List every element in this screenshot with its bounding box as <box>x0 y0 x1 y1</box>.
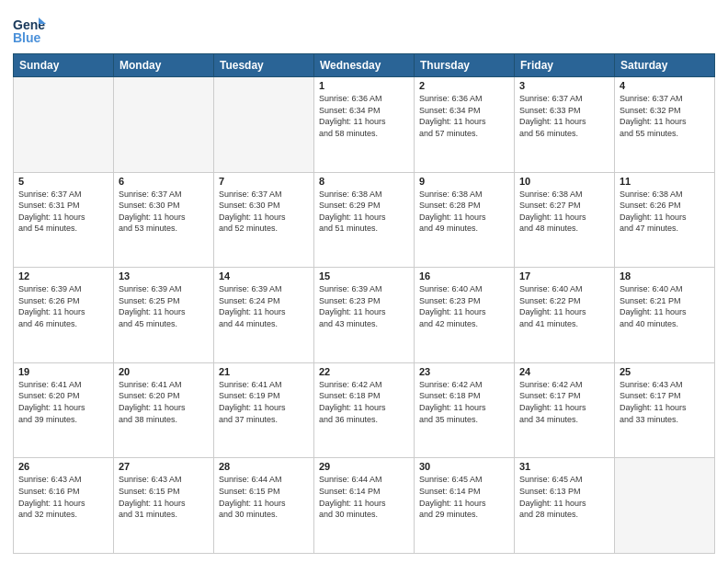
calendar-cell: 31Sunrise: 6:45 AM Sunset: 6:13 PM Dayli… <box>515 458 615 554</box>
calendar-week-row: 5Sunrise: 6:37 AM Sunset: 6:31 PM Daylig… <box>14 172 715 268</box>
day-info: Sunrise: 6:45 AM Sunset: 6:13 PM Dayligh… <box>519 474 609 520</box>
day-number: 21 <box>219 366 309 377</box>
day-number: 15 <box>319 270 409 282</box>
calendar-cell: 6Sunrise: 6:37 AM Sunset: 6:30 PM Daylig… <box>114 172 214 268</box>
day-info: Sunrise: 6:43 AM Sunset: 6:16 PM Dayligh… <box>18 474 108 520</box>
calendar-cell: 28Sunrise: 6:44 AM Sunset: 6:15 PM Dayli… <box>214 458 314 554</box>
day-info: Sunrise: 6:39 AM Sunset: 6:23 PM Dayligh… <box>319 283 409 329</box>
day-info: Sunrise: 6:42 AM Sunset: 6:18 PM Dayligh… <box>319 379 409 425</box>
day-info: Sunrise: 6:38 AM Sunset: 6:26 PM Dayligh… <box>620 189 710 235</box>
calendar-cell: 13Sunrise: 6:39 AM Sunset: 6:25 PM Dayli… <box>114 268 214 363</box>
day-number: 13 <box>119 270 209 282</box>
calendar-cell: 16Sunrise: 6:40 AM Sunset: 6:23 PM Dayli… <box>415 268 515 363</box>
calendar-cell: 10Sunrise: 6:38 AM Sunset: 6:27 PM Dayli… <box>515 172 615 268</box>
day-number: 10 <box>519 176 609 187</box>
calendar-cell: 20Sunrise: 6:41 AM Sunset: 6:20 PM Dayli… <box>114 362 214 458</box>
day-info: Sunrise: 6:44 AM Sunset: 6:14 PM Dayligh… <box>319 474 409 520</box>
day-info: Sunrise: 6:39 AM Sunset: 6:24 PM Dayligh… <box>219 283 309 329</box>
calendar-cell: 7Sunrise: 6:37 AM Sunset: 6:30 PM Daylig… <box>214 172 314 268</box>
day-info: Sunrise: 6:42 AM Sunset: 6:18 PM Dayligh… <box>419 379 509 425</box>
day-number: 4 <box>620 80 710 91</box>
day-number: 3 <box>519 80 609 91</box>
calendar-week-row: 1Sunrise: 6:36 AM Sunset: 6:34 PM Daylig… <box>14 77 715 173</box>
calendar-cell <box>114 77 214 173</box>
calendar-week-row: 19Sunrise: 6:41 AM Sunset: 6:20 PM Dayli… <box>14 362 715 458</box>
day-info: Sunrise: 6:43 AM Sunset: 6:17 PM Dayligh… <box>620 379 710 425</box>
day-info: Sunrise: 6:41 AM Sunset: 6:20 PM Dayligh… <box>18 379 108 425</box>
calendar-cell: 22Sunrise: 6:42 AM Sunset: 6:18 PM Dayli… <box>314 362 415 458</box>
day-info: Sunrise: 6:37 AM Sunset: 6:30 PM Dayligh… <box>219 189 309 235</box>
day-number: 16 <box>419 270 509 282</box>
calendar-table: SundayMondayTuesdayWednesdayThursdayFrid… <box>13 53 715 554</box>
calendar-cell: 17Sunrise: 6:40 AM Sunset: 6:22 PM Dayli… <box>515 268 615 363</box>
calendar-cell: 2Sunrise: 6:36 AM Sunset: 6:34 PM Daylig… <box>415 77 515 173</box>
day-number: 14 <box>219 270 309 282</box>
day-info: Sunrise: 6:42 AM Sunset: 6:17 PM Dayligh… <box>519 379 609 425</box>
day-info: Sunrise: 6:37 AM Sunset: 6:33 PM Dayligh… <box>519 93 609 139</box>
calendar-cell <box>14 77 114 173</box>
day-number: 11 <box>620 176 710 187</box>
calendar-cell: 24Sunrise: 6:42 AM Sunset: 6:17 PM Dayli… <box>515 362 615 458</box>
day-info: Sunrise: 6:36 AM Sunset: 6:34 PM Dayligh… <box>419 93 509 139</box>
day-info: Sunrise: 6:44 AM Sunset: 6:15 PM Dayligh… <box>219 474 309 520</box>
day-info: Sunrise: 6:37 AM Sunset: 6:32 PM Dayligh… <box>620 93 710 139</box>
calendar-cell: 15Sunrise: 6:39 AM Sunset: 6:23 PM Dayli… <box>314 268 415 363</box>
logo-icon: General Blue <box>13 13 46 50</box>
calendar-week-row: 26Sunrise: 6:43 AM Sunset: 6:16 PM Dayli… <box>14 458 715 554</box>
page: General Blue SundayMondayTuesdayWednesda… <box>0 0 728 563</box>
calendar-cell: 4Sunrise: 6:37 AM Sunset: 6:32 PM Daylig… <box>615 77 715 173</box>
calendar-cell: 30Sunrise: 6:45 AM Sunset: 6:14 PM Dayli… <box>415 458 515 554</box>
day-info: Sunrise: 6:41 AM Sunset: 6:20 PM Dayligh… <box>119 379 209 425</box>
calendar-cell: 23Sunrise: 6:42 AM Sunset: 6:18 PM Dayli… <box>415 362 515 458</box>
day-number: 28 <box>219 461 309 472</box>
day-info: Sunrise: 6:40 AM Sunset: 6:23 PM Dayligh… <box>419 283 509 329</box>
calendar-cell: 19Sunrise: 6:41 AM Sunset: 6:20 PM Dayli… <box>14 362 114 458</box>
day-info: Sunrise: 6:43 AM Sunset: 6:15 PM Dayligh… <box>119 474 209 520</box>
calendar-week-row: 12Sunrise: 6:39 AM Sunset: 6:26 PM Dayli… <box>14 268 715 363</box>
day-info: Sunrise: 6:40 AM Sunset: 6:22 PM Dayligh… <box>519 283 609 329</box>
day-number: 26 <box>18 461 108 472</box>
calendar-header-monday: Monday <box>114 54 214 77</box>
calendar-cell: 12Sunrise: 6:39 AM Sunset: 6:26 PM Dayli… <box>14 268 114 363</box>
calendar-cell: 9Sunrise: 6:38 AM Sunset: 6:28 PM Daylig… <box>415 172 515 268</box>
calendar-cell: 3Sunrise: 6:37 AM Sunset: 6:33 PM Daylig… <box>515 77 615 173</box>
day-info: Sunrise: 6:38 AM Sunset: 6:29 PM Dayligh… <box>319 189 409 235</box>
day-number: 1 <box>319 80 409 91</box>
calendar-cell <box>214 77 314 173</box>
day-number: 2 <box>419 80 509 91</box>
calendar-cell: 8Sunrise: 6:38 AM Sunset: 6:29 PM Daylig… <box>314 172 415 268</box>
calendar-cell <box>615 458 715 554</box>
day-number: 30 <box>419 461 509 472</box>
calendar-cell: 27Sunrise: 6:43 AM Sunset: 6:15 PM Dayli… <box>114 458 214 554</box>
day-info: Sunrise: 6:40 AM Sunset: 6:21 PM Dayligh… <box>620 283 710 329</box>
day-info: Sunrise: 6:37 AM Sunset: 6:30 PM Dayligh… <box>119 189 209 235</box>
calendar-header-friday: Friday <box>515 54 615 77</box>
day-number: 20 <box>119 366 209 377</box>
day-number: 31 <box>519 461 609 472</box>
day-number: 25 <box>620 366 710 377</box>
day-info: Sunrise: 6:41 AM Sunset: 6:19 PM Dayligh… <box>219 379 309 425</box>
day-number: 29 <box>319 461 409 472</box>
calendar-cell: 14Sunrise: 6:39 AM Sunset: 6:24 PM Dayli… <box>214 268 314 363</box>
day-info: Sunrise: 6:39 AM Sunset: 6:25 PM Dayligh… <box>119 283 209 329</box>
svg-text:Blue: Blue <box>13 30 41 45</box>
header: General Blue <box>13 9 715 50</box>
calendar-cell: 21Sunrise: 6:41 AM Sunset: 6:19 PM Dayli… <box>214 362 314 458</box>
day-info: Sunrise: 6:39 AM Sunset: 6:26 PM Dayligh… <box>18 283 108 329</box>
day-info: Sunrise: 6:45 AM Sunset: 6:14 PM Dayligh… <box>419 474 509 520</box>
day-number: 9 <box>419 176 509 187</box>
logo: General Blue <box>13 13 46 50</box>
day-number: 12 <box>18 270 108 282</box>
calendar-header-wednesday: Wednesday <box>314 54 415 77</box>
calendar-cell: 25Sunrise: 6:43 AM Sunset: 6:17 PM Dayli… <box>615 362 715 458</box>
calendar-header-row: SundayMondayTuesdayWednesdayThursdayFrid… <box>14 54 715 77</box>
calendar-cell: 11Sunrise: 6:38 AM Sunset: 6:26 PM Dayli… <box>615 172 715 268</box>
day-number: 22 <box>319 366 409 377</box>
day-info: Sunrise: 6:38 AM Sunset: 6:27 PM Dayligh… <box>519 189 609 235</box>
calendar-header-tuesday: Tuesday <box>214 54 314 77</box>
day-number: 27 <box>119 461 209 472</box>
day-number: 8 <box>319 176 409 187</box>
calendar-cell: 5Sunrise: 6:37 AM Sunset: 6:31 PM Daylig… <box>14 172 114 268</box>
day-number: 19 <box>18 366 108 377</box>
day-number: 23 <box>419 366 509 377</box>
